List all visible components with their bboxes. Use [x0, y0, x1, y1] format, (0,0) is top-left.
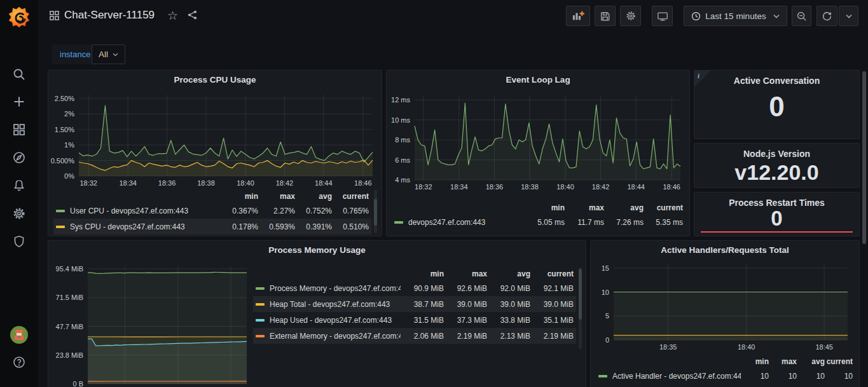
zoom-out-icon[interactable] [792, 6, 811, 26]
memory-usage-graph[interactable]: 0 B23.8 MiB47.7 MiB71.5 MiB95.4 MiB [51, 260, 249, 387]
legend-header-min[interactable]: min [401, 269, 444, 278]
time-series-plot: 0 B23.8 MiB47.7 MiB71.5 MiB95.4 MiB [51, 260, 249, 387]
legend-stat-value: 92.0 MiB [487, 284, 530, 293]
create-plus-icon[interactable] [11, 94, 27, 109]
legend-scrollbar-thumb[interactable] [579, 269, 582, 320]
save-dashboard-icon[interactable] [595, 6, 616, 26]
legend-header-min[interactable]: min [221, 192, 258, 201]
legend-stat-value: 35.1 MiB [530, 316, 574, 325]
lag-legend-table: minmaxavgcurrentdevops247.ef.com:4435.05… [392, 201, 685, 230]
legend-row[interactable]: Process Memory - devops247.ef.com:44390.… [253, 280, 576, 296]
apps-grid-icon[interactable] [49, 10, 60, 21]
star-favorite-icon[interactable]: ☆ [167, 8, 178, 23]
series-name[interactable]: Active Handler - devops247.ef.com:443 [612, 372, 741, 381]
legend-header-max[interactable]: max [258, 192, 295, 201]
svg-text:4 ms: 4 ms [395, 176, 410, 184]
dashboard-title[interactable]: Chat-Server-11159 [64, 9, 155, 22]
legend-stat-value: 5.35 ms [644, 218, 683, 227]
panel-title[interactable]: Node.js Version [694, 149, 859, 159]
explore-compass-icon[interactable] [11, 150, 27, 165]
share-icon[interactable] [187, 10, 198, 20]
series-color-swatch[interactable] [256, 303, 265, 306]
panel-active-conversation: i Active Conversation 0 [694, 70, 860, 139]
legend-stat-value: 0.752% [295, 207, 332, 215]
legend-row[interactable]: Sys CPU - devops247.ef.com:4430.178%0.59… [53, 219, 371, 234]
series-name[interactable]: Process Memory - devops247.ef.com:443 [270, 284, 401, 293]
series-color-swatch[interactable] [56, 210, 65, 212]
cpu-usage-graph[interactable]: 0%0.500%1%1.50%2%2.50%18:3218:3418:3618:… [51, 91, 379, 189]
active-handlers-graph[interactable]: 05101518:3518:4018:45 [593, 260, 857, 355]
legend-row[interactable]: Active Handler - devops247.ef.com:443101… [596, 368, 855, 384]
panel-title[interactable]: Process Memory Usage [48, 245, 586, 255]
panel-title[interactable]: Active Conversation [694, 76, 859, 86]
legend-row[interactable]: Heap Used - devops247.ef.com:44331.5 MiB… [253, 312, 576, 328]
search-icon[interactable] [11, 67, 27, 82]
cycle-view-mode-tv-icon[interactable] [652, 6, 673, 26]
grafana-logo[interactable] [7, 5, 31, 29]
series-color-swatch[interactable] [394, 221, 403, 224]
dashboard-settings-gear-icon[interactable] [620, 6, 641, 26]
series-name[interactable]: User CPU - devops247.ef.com:443 [70, 207, 188, 215]
legend-scrollbar-thumb[interactable] [374, 199, 377, 226]
legend-row[interactable]: devops247.ef.com:4435.05 ms11.7 ms7.26 m… [392, 214, 685, 230]
legend-scrollbar-track[interactable] [579, 268, 582, 349]
panel-process-cpu-usage: Process CPU Usage 0%0.500%1%1.50%2%2.50%… [48, 70, 382, 236]
svg-text:18:40: 18:40 [738, 343, 755, 351]
legend-header-avg[interactable]: avg [295, 192, 332, 201]
grafana-dashboard: Chat-Server-11159 ☆ Last 15 minutes inst… [0, 0, 868, 387]
legend-stat-value: 0.510% [332, 222, 369, 231]
refresh-interval-dropdown[interactable] [839, 6, 858, 26]
series-color-swatch[interactable] [256, 287, 265, 290]
alerting-bell-icon[interactable] [11, 178, 27, 193]
variable-value-dropdown[interactable]: All [92, 44, 125, 64]
legend-header-avg[interactable]: avg [487, 269, 530, 278]
refresh-icon[interactable] [816, 6, 837, 26]
series-color-swatch[interactable] [598, 375, 607, 377]
add-panel-button[interactable] [566, 6, 590, 26]
legend-stat-value: 7.26 ms [604, 218, 644, 227]
legend-stat-value: 92.1 MiB [530, 284, 574, 293]
legend-header-current[interactable]: current [644, 203, 683, 212]
series-name[interactable]: Heap Used - devops247.ef.com:443 [270, 316, 392, 325]
legend-header-current[interactable]: current [530, 269, 574, 278]
legend-row[interactable]: External Memory - devops247.ef.com:4432.… [253, 328, 576, 344]
user-avatar[interactable] [10, 325, 29, 344]
series-color-swatch[interactable] [56, 226, 65, 228]
svg-text:18:40: 18:40 [556, 183, 574, 191]
configuration-gear-icon[interactable] [11, 206, 27, 221]
legend-row[interactable]: Heap Total - devops247.ef.com:44338.7 Mi… [253, 296, 576, 312]
help-icon[interactable] [11, 355, 27, 370]
legend-header-avg[interactable]: avg [604, 203, 644, 212]
series-color-swatch[interactable] [256, 335, 265, 337]
svg-text:0 B: 0 B [72, 380, 83, 387]
series-name[interactable]: Heap Total - devops247.ef.com:443 [270, 300, 390, 309]
panel-nodejs-version: Node.js Version v12.20.0 [694, 143, 860, 188]
legend-header-avg[interactable]: avg [797, 357, 825, 366]
legend-row[interactable]: User CPU - devops247.ef.com:4430.367%2.2… [53, 203, 371, 219]
legend-header-current[interactable]: current [332, 192, 369, 201]
series-name[interactable]: Sys CPU - devops247.ef.com:443 [70, 222, 185, 231]
legend-header-current[interactable]: current [825, 357, 853, 366]
panel-title[interactable]: Process CPU Usage [48, 75, 382, 85]
time-range-label: Last 15 minutes [705, 11, 766, 21]
panel-title[interactable]: Active Handlers/Requests Total [591, 245, 859, 255]
server-admin-shield-icon[interactable] [11, 234, 27, 249]
dashboards-icon[interactable] [11, 122, 27, 137]
time-range-picker[interactable]: Last 15 minutes [684, 6, 787, 26]
chevron-down-icon [773, 14, 780, 18]
series-name[interactable]: devops247.ef.com:443 [408, 218, 485, 227]
panel-title[interactable]: Event Loop Lag [387, 75, 689, 85]
legend-header-min[interactable]: min [741, 357, 769, 366]
legend-stat-value: 92.6 MiB [444, 284, 487, 293]
svg-text:0.500%: 0.500% [51, 157, 74, 165]
legend-header-max[interactable]: max [769, 357, 797, 366]
series-color-swatch[interactable] [256, 319, 265, 322]
page-scrollbar-thumb[interactable] [862, 71, 866, 244]
side-menu [0, 0, 38, 387]
event-loop-lag-graph[interactable]: 4 ms6 ms8 ms10 ms12 ms18:3218:3418:3618:… [389, 92, 688, 194]
legend-scrollbar-track[interactable] [374, 190, 377, 233]
legend-header-max[interactable]: max [565, 203, 604, 212]
legend-header-min[interactable]: min [525, 203, 565, 212]
legend-header-max[interactable]: max [444, 269, 487, 278]
series-name[interactable]: External Memory - devops247.ef.com:443 [270, 332, 401, 341]
